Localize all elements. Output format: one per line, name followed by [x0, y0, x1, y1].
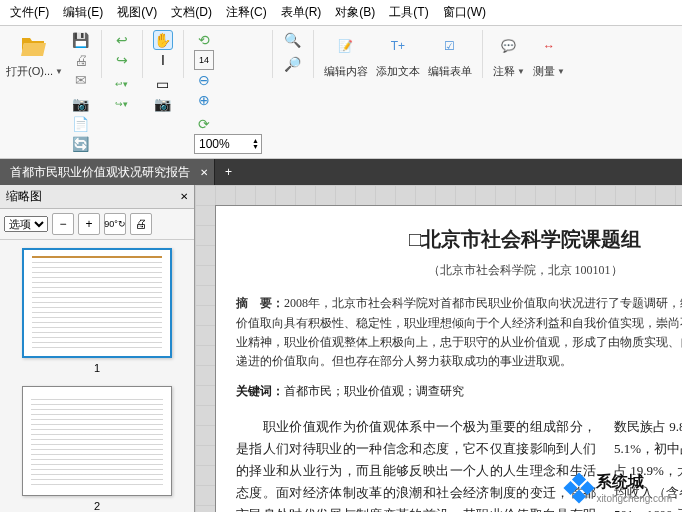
comment-button[interactable]: 注释	[493, 64, 515, 79]
undo-dropdown-icon[interactable]: ↩▾	[112, 74, 132, 94]
document-page: □北京市社会科学院课题组 （北京市社会科学院，北京 100101） 摘 要：20…	[215, 205, 682, 512]
menu-window[interactable]: 窗口(W)	[437, 2, 492, 23]
chevron-down-icon[interactable]: ▼	[557, 67, 565, 76]
ocr-icon[interactable]: 📄	[71, 114, 91, 134]
menu-object[interactable]: 对象(B)	[329, 2, 381, 23]
text-select-icon[interactable]: I	[153, 50, 173, 70]
add-tab-button[interactable]: +	[215, 159, 242, 185]
document-column-left: 职业价值观作为价值观体系中一个极为重要的组成部分，是指人们对待职业的一种信念和态…	[236, 416, 596, 512]
email-icon[interactable]: ✉	[71, 70, 91, 90]
thumbnail-page[interactable]: 2	[8, 386, 186, 512]
open-icon[interactable]	[18, 30, 50, 62]
close-panel-icon[interactable]: ✕	[180, 191, 188, 202]
document-tab[interactable]: 首都市民职业价值观状况研究报告 ✕	[0, 159, 215, 185]
document-abstract: 摘 要：2008年，北京市社会科学院对首都市民职业价值取向状况进行了专题调研，结…	[236, 294, 682, 371]
undo-icon[interactable]: ↩	[112, 30, 132, 50]
thumbnail-number: 2	[8, 500, 186, 512]
print-icon[interactable]: 🖨	[71, 50, 91, 70]
rotate-thumb-icon[interactable]: 90°↻	[104, 213, 126, 235]
find-icon[interactable]: 🔍	[283, 30, 303, 50]
rotate-ccw-icon[interactable]: ⟲	[194, 30, 214, 50]
scan-icon[interactable]: 📷	[71, 94, 91, 114]
measure-icon[interactable]: ↔	[533, 30, 565, 62]
thumbnail-view-select[interactable]: 选项	[4, 216, 48, 232]
close-icon[interactable]: ✕	[200, 167, 208, 178]
zoom-out-icon[interactable]: ⊖	[194, 70, 214, 90]
thumbnail-page[interactable]: 1	[8, 248, 186, 374]
redo-dropdown-icon[interactable]: ↪▾	[112, 94, 132, 114]
edit-form-button[interactable]: 编辑表单	[428, 64, 472, 79]
edit-form-icon[interactable]: ☑	[434, 30, 466, 62]
zoom-in-icon[interactable]: ⊕	[194, 90, 214, 110]
marquee-icon[interactable]: ▭	[153, 74, 173, 94]
add-text-icon[interactable]: T+	[382, 30, 414, 62]
print-thumb-icon[interactable]: 🖨	[130, 213, 152, 235]
menu-annot[interactable]: 注释(C)	[220, 2, 273, 23]
comment-icon[interactable]: 💬	[493, 30, 525, 62]
save-icon[interactable]: 💾	[71, 30, 91, 50]
edit-content-button[interactable]: 编辑内容	[324, 64, 368, 79]
document-keywords: 关键词：首都市民；职业价值观；调查研究	[236, 381, 682, 401]
document-subtitle: （北京市社会科学院，北京 100101）	[236, 260, 682, 280]
menu-edit[interactable]: 编辑(E)	[57, 2, 109, 23]
convert-icon[interactable]: 🔄	[71, 134, 91, 154]
menu-view[interactable]: 视图(V)	[111, 2, 163, 23]
find-adv-icon[interactable]: 🔎	[283, 54, 303, 74]
thumbnail-number: 1	[8, 362, 186, 374]
watermark: 系统城 xitohgcheng.com	[568, 472, 672, 504]
zoom-out-thumb-icon[interactable]: −	[52, 213, 74, 235]
snapshot-icon[interactable]: 📷	[153, 94, 173, 114]
redo-icon[interactable]: ↪	[112, 50, 132, 70]
document-title: □北京市社会科学院课题组	[236, 222, 682, 256]
thumbnail-panel-title: 缩略图	[6, 188, 42, 205]
zoom-value-field[interactable]	[195, 135, 250, 153]
watermark-logo-icon	[564, 472, 595, 503]
add-text-button[interactable]: 添加文本	[376, 64, 420, 79]
zoom-in-thumb-icon[interactable]: +	[78, 213, 100, 235]
menu-form[interactable]: 表单(R)	[275, 2, 328, 23]
fit-width-icon[interactable]: 14	[194, 50, 214, 70]
tab-title: 首都市民职业价值观状况研究报告	[10, 164, 190, 181]
chevron-down-icon[interactable]: ▼	[517, 67, 525, 76]
chevron-down-icon[interactable]: ▼	[55, 67, 63, 76]
menu-tools[interactable]: 工具(T)	[383, 2, 434, 23]
menu-file[interactable]: 文件(F)	[4, 2, 55, 23]
menu-doc[interactable]: 文档(D)	[165, 2, 218, 23]
edit-content-icon[interactable]: 📝	[330, 30, 362, 62]
zoom-input[interactable]: ▲▼	[194, 134, 262, 154]
open-button[interactable]: 打开(O)...	[6, 64, 53, 79]
rotate-cw-icon[interactable]: ⟳	[194, 114, 214, 134]
hand-icon[interactable]: ✋	[153, 30, 173, 50]
measure-button[interactable]: 测量	[533, 64, 555, 79]
